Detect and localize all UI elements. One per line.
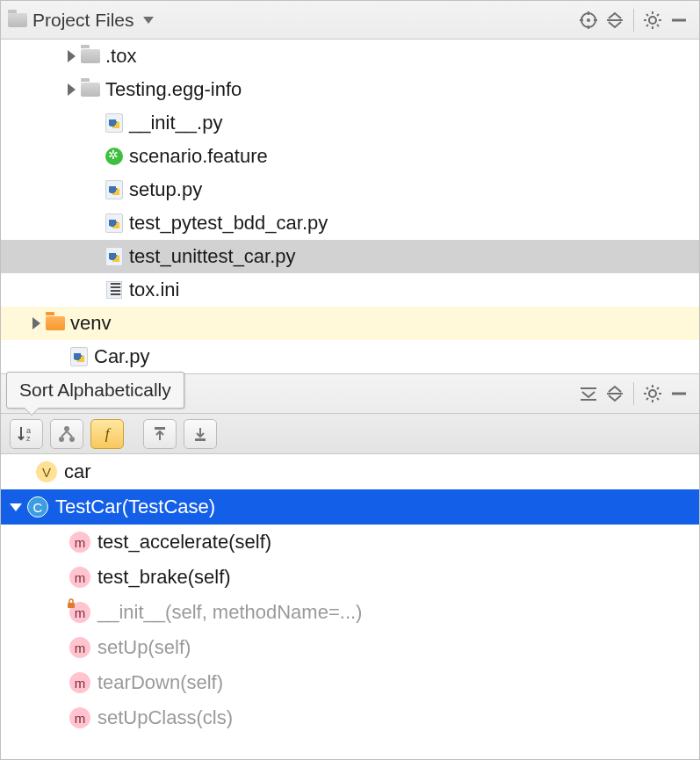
svg-line-15 (657, 14, 659, 16)
folder-icon (81, 80, 100, 99)
show-fields-button[interactable]: f (90, 419, 124, 449)
svg-point-5 (587, 18, 590, 22)
structure-label: TestCar(TestCase) (55, 496, 215, 518)
structure-label: test_brake(self) (97, 566, 231, 589)
svg-line-25 (646, 387, 648, 389)
structure-tree[interactable]: VcarCTestCar(TestCase)mtest_accelerate(s… (1, 454, 699, 735)
scroll-from-source-button[interactable] (143, 419, 177, 449)
file-name: test_unittest_car.py (129, 245, 296, 268)
structure-row[interactable]: m__init__(self, methodName=...) (1, 595, 699, 630)
project-selector[interactable]: Project Files (8, 10, 154, 31)
file-tree-row[interactable]: test_unittest_car.py (1, 240, 699, 273)
svg-line-26 (657, 398, 659, 400)
python-file-icon (105, 214, 124, 233)
folder-icon (81, 47, 100, 66)
file-tree-row[interactable]: setup.py (1, 173, 699, 206)
disclosure-triangle-icon[interactable] (10, 503, 22, 511)
file-name: scenario.feature (129, 145, 268, 168)
structure-label: test_accelerate(self) (97, 531, 271, 554)
method-icon: m (69, 707, 90, 728)
folder-icon (8, 13, 27, 27)
structure-label: tearDown(self) (97, 671, 223, 694)
structure-label: car (64, 460, 91, 483)
file-tree-row[interactable]: scenario.feature (1, 140, 699, 173)
class-icon: C (27, 496, 48, 518)
method-icon: m (69, 567, 90, 588)
svg-rect-36 (195, 438, 206, 441)
variable-icon: V (36, 461, 57, 482)
structure-hide-button[interactable] (666, 380, 692, 407)
sort-alpha-button[interactable]: az (10, 419, 43, 449)
method-icon: m (69, 532, 90, 553)
svg-line-14 (646, 25, 648, 26)
method-icon: m (69, 637, 90, 658)
collapse-all-button[interactable] (602, 7, 628, 33)
file-name: Car.py (94, 345, 150, 368)
autoscroll-button[interactable] (184, 419, 217, 449)
disclosure-triangle-icon[interactable] (68, 50, 76, 62)
file-tree-row[interactable]: .tox (1, 40, 699, 73)
expand-all-button[interactable] (575, 380, 602, 407)
file-tree-row[interactable]: __init__.py (1, 106, 699, 140)
file-name: setup.py (129, 178, 202, 201)
python-file-icon (105, 113, 124, 133)
structure-label: __init__(self, methodName=...) (97, 601, 362, 624)
chevron-down-icon (143, 17, 154, 24)
file-name: __init__.py (129, 112, 222, 134)
svg-point-7 (649, 17, 656, 24)
structure-settings-button[interactable] (639, 380, 666, 407)
structure-header: Sort Alphabetically (1, 373, 699, 414)
python-file-icon (69, 347, 89, 366)
svg-point-32 (64, 426, 69, 431)
structure-row[interactable]: mtearDown(self) (1, 665, 699, 700)
settings-button[interactable] (639, 7, 666, 33)
structure-row[interactable]: msetUpClass(cls) (1, 700, 699, 735)
svg-line-13 (657, 25, 659, 26)
separator (633, 9, 634, 32)
tooltip: Sort Alphabetically (6, 372, 184, 409)
feature-file-icon (105, 147, 124, 166)
file-name: test_pytest_bdd_car.py (129, 212, 328, 235)
separator (633, 382, 634, 405)
file-name: tox.ini (129, 279, 179, 301)
file-name: .tox (105, 45, 136, 68)
file-tree-row[interactable]: Car.py (1, 340, 699, 373)
structure-row[interactable]: mtest_brake(self) (1, 560, 699, 595)
file-name: Testing.egg-info (105, 78, 242, 101)
svg-point-20 (649, 390, 656, 397)
collapse-all-structure-button[interactable] (602, 380, 628, 407)
structure-row[interactable]: Vcar (1, 454, 699, 489)
file-tree-row[interactable]: test_pytest_bdd_car.py (1, 206, 699, 240)
file-tree-row[interactable]: venv (1, 307, 699, 340)
structure-label: setUp(self) (97, 636, 191, 659)
svg-point-33 (59, 437, 64, 442)
file-tree-row[interactable]: Testing.egg-info (1, 73, 699, 106)
structure-label: setUpClass(cls) (97, 706, 233, 729)
method-icon: m (69, 672, 90, 693)
svg-line-27 (646, 398, 648, 400)
svg-line-28 (657, 387, 659, 389)
config-file-icon (105, 280, 124, 300)
folder-icon (46, 314, 65, 333)
structure-row[interactable]: CTestCar(TestCase) (1, 489, 699, 525)
svg-text:z: z (26, 434, 31, 443)
file-tree-row[interactable]: tox.ini (1, 273, 699, 307)
structure-row[interactable]: msetUp(self) (1, 630, 699, 665)
structure-toolbar: azf (1, 414, 699, 454)
svg-point-34 (69, 437, 75, 442)
svg-rect-37 (68, 603, 75, 608)
disclosure-triangle-icon[interactable] (68, 83, 76, 96)
project-files-header: Project Files (1, 1, 699, 40)
hide-button[interactable] (666, 7, 692, 33)
disclosure-triangle-icon[interactable] (32, 317, 40, 329)
svg-rect-35 (155, 427, 165, 430)
show-inherited-button[interactable] (50, 419, 83, 449)
locate-button[interactable] (575, 7, 602, 33)
svg-line-12 (646, 14, 648, 16)
python-file-icon (105, 247, 124, 266)
project-title: Project Files (32, 10, 134, 31)
structure-row[interactable]: mtest_accelerate(self) (1, 525, 699, 560)
python-file-icon (105, 180, 124, 199)
file-name: venv (70, 312, 111, 335)
project-file-tree[interactable]: .toxTesting.egg-info__init__.pyscenario.… (1, 40, 699, 373)
